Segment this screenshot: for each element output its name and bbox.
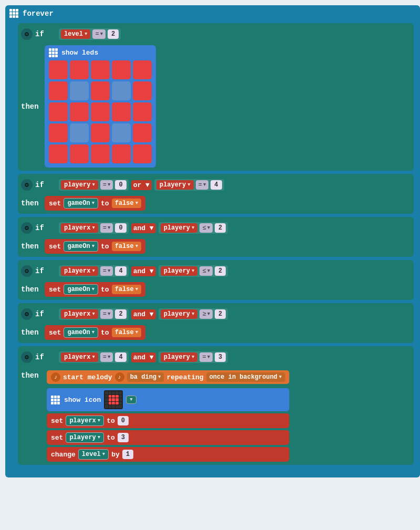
led-4-2[interactable]: [91, 144, 110, 163]
level-change-val: 1: [122, 450, 133, 459]
show-icon-label: show icon: [64, 396, 101, 404]
op-3a[interactable]: = ▼: [100, 266, 113, 276]
if-row-5: ⚙ if playerx ▼ = ▼ 4 and ▼ playe: [21, 348, 411, 366]
led-0-4[interactable]: [133, 60, 152, 79]
gameon-pill-1[interactable]: gameOn ▼: [64, 198, 98, 209]
cond-group-3b: playery ▼ ≤ ▼ 2: [159, 265, 228, 277]
set-block-4[interactable]: set gameOn ▼ to false ▼: [45, 325, 145, 340]
op-pill[interactable]: = ▼: [92, 29, 106, 39]
set-block-1[interactable]: set gameOn ▼ to false ▼: [45, 196, 145, 211]
op-5a[interactable]: = ▼: [100, 352, 113, 362]
cond-group-2b: playery ▼ ≤ ▼ 2: [159, 222, 228, 234]
playery-pill-3b[interactable]: playery ▼: [161, 266, 198, 276]
playery-pill-2b[interactable]: playery ▼: [161, 223, 198, 233]
led-1-3[interactable]: [112, 81, 131, 100]
op-1b[interactable]: = ▼: [196, 180, 209, 190]
if-kw-5: if: [35, 353, 56, 361]
if-kw-2: if: [35, 224, 56, 232]
and-connector-5: and ▼: [131, 352, 156, 362]
melody-mode-pill[interactable]: once in background ▼: [206, 372, 285, 382]
op-2a[interactable]: = ▼: [100, 223, 113, 233]
if-row-2: ⚙ if playerx ▼ = ▼ 0 and ▼ playe: [21, 219, 411, 237]
forever-label: forever: [23, 9, 54, 18]
level-pill[interactable]: level ▼: [61, 29, 90, 39]
set-block-2[interactable]: set gameOn ▼ to false ▼: [45, 239, 145, 254]
false-pill-3[interactable]: false ▼: [112, 285, 141, 294]
led-1-1[interactable]: [70, 81, 89, 100]
playerx-pill-4a[interactable]: playerx ▼: [61, 309, 98, 319]
playery-pill-1b[interactable]: playery ▼: [156, 180, 194, 190]
op-1a[interactable]: = ▼: [100, 180, 113, 190]
led-4-3[interactable]: [112, 144, 131, 163]
val-1b: 4: [211, 180, 222, 190]
led-4-1[interactable]: [70, 144, 89, 163]
playerx-pill-5a[interactable]: playerx ▼: [61, 352, 98, 362]
show-leds-block[interactable]: show leds: [45, 45, 156, 168]
playery-pill-1a[interactable]: playery ▼: [61, 180, 98, 190]
led-0-0[interactable]: [49, 60, 68, 79]
gear-icon-5[interactable]: ⚙: [21, 351, 33, 363]
playerx-pill-3a[interactable]: playerx ▼: [61, 266, 98, 276]
led-3-1[interactable]: [70, 123, 89, 142]
forever-header: forever: [9, 7, 416, 21]
icon-dropdown[interactable]: ▼: [126, 396, 136, 404]
op-5b[interactable]: = ▼: [200, 352, 213, 362]
op-4a[interactable]: = ▼: [100, 309, 113, 319]
then-row-2: then set gameOn ▼ to false ▼: [21, 239, 411, 254]
val-pill: 2: [108, 29, 119, 39]
led-3-2[interactable]: [91, 123, 110, 142]
playery-pill-5b[interactable]: playery ▼: [161, 352, 198, 362]
led-2-1[interactable]: [70, 102, 89, 121]
led-0-2[interactable]: [91, 60, 110, 79]
led-2-3[interactable]: [112, 102, 131, 121]
gear-icon-3[interactable]: ⚙: [21, 265, 33, 277]
playery-pill-4b[interactable]: playery ▼: [161, 309, 198, 319]
gear-icon-1[interactable]: ⚙: [21, 179, 33, 191]
led-2-0[interactable]: [49, 102, 68, 121]
set-block-3[interactable]: set gameOn ▼ to false ▼: [45, 282, 145, 297]
led-4-0[interactable]: [49, 144, 68, 163]
led-2-4[interactable]: [133, 102, 152, 121]
playerx-set-pill[interactable]: playerx ▼: [66, 415, 104, 426]
if-block-2: ⚙ if playerx ▼ = ▼ 0 and ▼ playe: [18, 217, 414, 257]
level-change-pill[interactable]: level ▼: [78, 449, 109, 460]
gear-icon[interactable]: ⚙: [21, 28, 33, 40]
change-level-block[interactable]: change level ▼ by 1: [47, 447, 289, 462]
false-pill-1[interactable]: false ▼: [112, 199, 141, 208]
op-2b[interactable]: ≤ ▼: [200, 223, 213, 233]
led-4-4[interactable]: [133, 144, 152, 163]
led-3-3[interactable]: [112, 123, 131, 142]
gameon-pill-2[interactable]: gameOn ▼: [64, 241, 98, 252]
led-3-4[interactable]: [133, 123, 152, 142]
condition-group: level ▼ = ▼ 2: [59, 28, 121, 40]
led-0-1[interactable]: [70, 60, 89, 79]
val-1a: 0: [115, 180, 126, 190]
gameon-pill-3[interactable]: gameOn ▼: [64, 284, 98, 295]
playery-set-pill[interactable]: playery ▼: [66, 432, 104, 443]
playerx-pill-2a[interactable]: playerx ▼: [61, 223, 98, 233]
led-1-2[interactable]: [91, 81, 110, 100]
gear-icon-2[interactable]: ⚙: [21, 222, 33, 234]
then-kw-2: then: [21, 242, 42, 251]
music-icon-2: ♪: [115, 372, 124, 382]
false-pill-4[interactable]: false ▼: [112, 328, 141, 337]
led-grid: [49, 60, 152, 163]
then-row-4: then set gameOn ▼ to false ▼: [21, 325, 411, 340]
false-pill-2[interactable]: false ▼: [112, 242, 141, 251]
led-3-0[interactable]: [49, 123, 68, 142]
show-icon-block[interactable]: show icon: [47, 388, 289, 411]
set-playery-block[interactable]: set playery ▼ to 3: [47, 430, 289, 445]
set-playerx-block[interactable]: set playerx ▼ to 0: [47, 413, 289, 428]
op-4b[interactable]: ≥ ▼: [200, 309, 213, 319]
gear-icon-4[interactable]: ⚙: [21, 308, 33, 320]
op-3b[interactable]: ≤ ▼: [200, 266, 213, 276]
gameon-pill-4[interactable]: gameOn ▼: [64, 327, 98, 338]
led-1-0[interactable]: [49, 81, 68, 100]
led-2-2[interactable]: [91, 102, 110, 121]
led-0-3[interactable]: [112, 60, 131, 79]
melody-block[interactable]: ♪ start melody ♪ ba ding ▼ repeating onc…: [47, 370, 289, 384]
led-1-4[interactable]: [133, 81, 152, 100]
then-kw-3: then: [21, 285, 42, 294]
melody-name-pill[interactable]: ba ding ▼: [127, 372, 164, 382]
then-keyword: then: [21, 102, 42, 111]
